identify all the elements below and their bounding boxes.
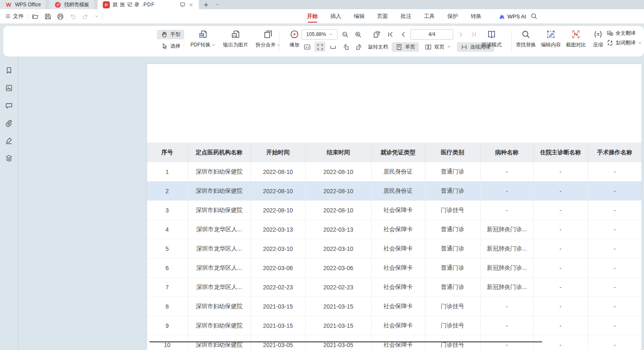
close-icon bbox=[188, 2, 194, 8]
tab-close-button[interactable] bbox=[188, 2, 194, 8]
chevron-down-icon bbox=[638, 41, 642, 45]
rotate-document-button[interactable]: 旋转文档 bbox=[366, 43, 390, 51]
table-cell: 1 bbox=[147, 162, 188, 181]
menu-item-7[interactable]: 转换 bbox=[471, 9, 482, 23]
table-cell: - bbox=[480, 316, 533, 335]
menu-item-3[interactable]: 页面 bbox=[377, 9, 388, 23]
edit-content-label: 编辑内容 bbox=[541, 41, 561, 49]
table-row: 6深圳市龙华区人...2022-03-062022-03-06社会保障卡普通门诊… bbox=[147, 258, 641, 278]
table-cell: 3 bbox=[147, 201, 188, 220]
edit-content-button[interactable]: 编辑内容 bbox=[539, 28, 563, 49]
screenshot-compare-label: 截图对比 bbox=[566, 41, 586, 49]
previous-page-button[interactable] bbox=[398, 29, 408, 39]
last-page-button[interactable] bbox=[468, 29, 479, 39]
table-cell: 2 bbox=[147, 181, 188, 201]
table-cell: - bbox=[588, 258, 641, 278]
find-replace-icon bbox=[521, 30, 530, 39]
page-indicator-value: 4/4 bbox=[428, 31, 436, 37]
split-merge-label: 拆分合并 bbox=[256, 41, 276, 49]
layers-panel-button[interactable] bbox=[5, 154, 13, 162]
zoom-level-select[interactable]: 105.88% bbox=[302, 29, 337, 40]
table-cell: - bbox=[533, 297, 588, 316]
double-page-button[interactable]: 双页 bbox=[421, 42, 455, 52]
next-page-button[interactable] bbox=[455, 29, 466, 39]
first-page-button[interactable] bbox=[385, 29, 396, 39]
pdf-page[interactable]: 序号定点医药机构名称开始时间结束时间就诊凭证类型医疗类别病种名称住院主诊断名称手… bbox=[147, 64, 641, 350]
read-mode-button[interactable]: 阅读模式 bbox=[479, 28, 504, 49]
table-cell: 社会保障卡 bbox=[371, 335, 425, 350]
compress-icon bbox=[593, 30, 603, 39]
wps-ai-button[interactable]: WPS AI bbox=[498, 9, 526, 23]
tab-wps-office[interactable]: WPS Office bbox=[0, 0, 46, 9]
menu-item-4[interactable]: 批注 bbox=[401, 9, 411, 23]
save-button[interactable] bbox=[44, 13, 51, 20]
swap-pages-button[interactable] bbox=[372, 29, 383, 39]
tab-docer-templates[interactable]: 找稻壳模板 bbox=[49, 0, 95, 9]
actual-size-button[interactable] bbox=[302, 42, 312, 52]
print-button[interactable] bbox=[57, 13, 64, 20]
pdf-convert-button[interactable]: PDF转换 bbox=[187, 28, 219, 49]
redo-button[interactable] bbox=[82, 13, 89, 20]
fit-width-button[interactable] bbox=[327, 42, 338, 52]
export-image-button[interactable]: 输出为图片 bbox=[220, 28, 251, 49]
split-merge-icon bbox=[264, 30, 273, 39]
menu-item-6[interactable]: 保护 bbox=[447, 9, 458, 23]
menu-item-2[interactable]: 编辑 bbox=[354, 9, 365, 23]
signature-panel-button[interactable] bbox=[5, 137, 13, 145]
find-replace-button[interactable]: 查找替换 bbox=[514, 28, 538, 49]
select-tool-button[interactable]: 选择 bbox=[157, 41, 184, 51]
rotate-right-button[interactable] bbox=[353, 42, 364, 52]
table-cell: 居民身份证 bbox=[371, 162, 425, 181]
divider bbox=[28, 13, 28, 20]
tab-document-active[interactable]: 就 医 记 录 .PDF bbox=[98, 0, 199, 9]
menu-item-5[interactable]: 工具 bbox=[424, 9, 435, 23]
bookmark-icon bbox=[5, 66, 13, 74]
menu-search-button[interactable] bbox=[530, 13, 538, 20]
table-cell: 2022-03-13 bbox=[251, 220, 305, 239]
table-header-cell: 定点医药机构名称 bbox=[188, 143, 251, 162]
read-mode-group: 阅读模式 bbox=[479, 28, 504, 49]
tab-monitor-button[interactable] bbox=[180, 2, 185, 8]
table-row: 2深圳市妇幼保健院2022-08-102022-08-10居民身份证普通门诊--… bbox=[147, 181, 641, 201]
table-cell: 社会保障卡 bbox=[371, 297, 425, 316]
page-indicator-input[interactable]: 4/4 bbox=[411, 29, 453, 40]
chevron-down-icon bbox=[94, 14, 99, 18]
table-cell: 2021-03-05 bbox=[251, 335, 305, 350]
find-replace-label: 查找替换 bbox=[516, 41, 536, 49]
rotate-pages-icon bbox=[373, 30, 381, 38]
table-row: 10深圳市妇幼保健院2021-03-052021-03-05社会保障卡门诊挂号-… bbox=[147, 335, 641, 350]
comments-panel-button[interactable] bbox=[5, 102, 13, 110]
compress-button[interactable]: 压缩 bbox=[589, 28, 607, 49]
tab-list-button[interactable] bbox=[215, 3, 219, 7]
zoom-out-button[interactable] bbox=[340, 29, 350, 39]
attachments-panel-button[interactable] bbox=[5, 119, 13, 127]
single-page-button[interactable]: 单页 bbox=[392, 42, 419, 52]
tab-bar: WPS Office 找稻壳模板 就 医 记 录 .PDF bbox=[0, 0, 644, 9]
quick-access-dropdown[interactable] bbox=[94, 14, 99, 18]
screenshot-compare-button[interactable]: 截图对比 bbox=[564, 28, 588, 49]
new-tab-button[interactable] bbox=[203, 2, 209, 8]
chevron-down-icon bbox=[447, 45, 451, 49]
menu-item-0[interactable]: 开始 bbox=[307, 9, 318, 23]
screenshot-compare-icon bbox=[571, 30, 581, 39]
hand-tool-button[interactable]: 手型 bbox=[157, 30, 184, 39]
menu-item-1[interactable]: 插入 bbox=[330, 9, 341, 23]
bookmarks-panel-button[interactable] bbox=[5, 66, 13, 74]
thumbnails-panel-button[interactable] bbox=[5, 84, 13, 92]
table-cell: 10 bbox=[147, 335, 188, 350]
zoom-in-button[interactable] bbox=[352, 29, 363, 39]
divider bbox=[102, 13, 103, 20]
word-translate-button[interactable]: 划词翻译 bbox=[606, 39, 642, 46]
hand-tool-label: 手型 bbox=[170, 31, 180, 38]
full-translate-button[interactable]: 全文翻译 bbox=[606, 30, 642, 37]
table-cell: 5 bbox=[147, 239, 188, 258]
table-header-cell: 医疗类别 bbox=[425, 143, 480, 162]
undo-button[interactable] bbox=[69, 13, 76, 20]
rotate-left-button[interactable] bbox=[340, 42, 351, 52]
open-file-button[interactable] bbox=[32, 13, 39, 20]
file-menu-button[interactable]: 文件 bbox=[5, 13, 24, 20]
fit-page-button[interactable] bbox=[314, 42, 325, 52]
table-header-cell: 开始时间 bbox=[251, 143, 305, 162]
paperclip-icon bbox=[5, 119, 13, 127]
play-label: 播放 bbox=[289, 41, 299, 49]
